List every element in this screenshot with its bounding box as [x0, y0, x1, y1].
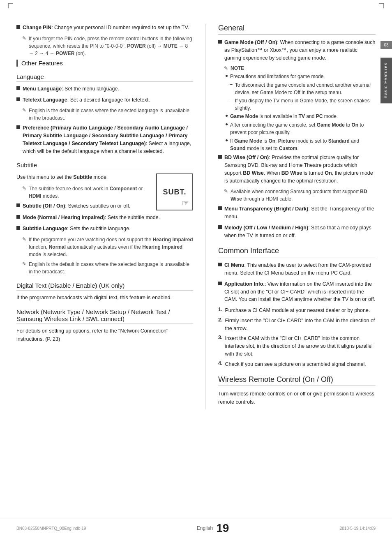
game-mode-item: Game Mode (Off / On): When connecting to… — [218, 39, 376, 62]
numbered-text-4: Check if you can see a picture on a scra… — [225, 360, 366, 368]
numbered-item-2: 2. Firmly insert the "CI or CI+ CARD" in… — [218, 317, 376, 333]
menu-language-text: Menu Language: Set the menu language. — [23, 85, 119, 93]
bullet-square — [16, 125, 20, 129]
pencil-icon: ✎ — [22, 35, 26, 41]
top-marks — [0, 0, 392, 12]
subtitle-mode-text: Mode (Normal / Hearing Impaired): Sets t… — [23, 214, 160, 222]
number-1: 1. — [218, 307, 222, 314]
bullet-square — [218, 282, 222, 285]
language-label: English — [197, 525, 213, 531]
bullet-square — [16, 203, 20, 207]
subtitle-lang-note1: ✎ If the programme you are watching does… — [22, 236, 193, 258]
pencil-icon: ✎ — [224, 65, 228, 71]
dash-item-2: – If you display the TV menu in Game Mod… — [230, 97, 376, 112]
subtitle-mode-item: Mode (Normal / Hearing Impaired): Sets t… — [16, 214, 193, 222]
subt-label: SUBT. — [163, 188, 186, 196]
note-text-4: If Game Mode is On: Picture mode is set … — [230, 137, 376, 152]
subt-box: SUBT. ☞ — [156, 173, 193, 210]
bd-wise-text: BD Wise (Off / On): Provides the optimal… — [224, 154, 376, 185]
corner-mark-tl — [8, 3, 13, 8]
wireless-remote-heading: Wireless Remote Control (On / Off) — [218, 375, 376, 386]
pencil-icon: ✎ — [22, 236, 26, 242]
bullet-square — [218, 263, 222, 266]
numbered-text-1: Purchase a CI CAM module at your nearest… — [225, 307, 370, 314]
note-bullet-4: If Game Mode is On: Picture mode is set … — [226, 137, 376, 152]
teletext-note-text: English is the default in cases where th… — [29, 107, 193, 122]
bd-wise-note: ✎ Available when connecting Samsung prod… — [224, 188, 376, 203]
subtitle-on-off-text: Subtitle (Off / On): Switches subtitles … — [23, 202, 130, 210]
change-pin-item: Change PIN: Change your personal ID numb… — [16, 24, 193, 32]
note-label: NOTE — [231, 65, 244, 71]
dot — [226, 123, 228, 125]
bullet-square — [16, 97, 20, 101]
dash: – — [230, 81, 233, 96]
bullet-square — [16, 25, 20, 29]
number-3: 3. — [218, 335, 222, 358]
number-2: 2. — [218, 317, 222, 333]
ci-menu-text: CI Menu: This enables the user to select… — [224, 261, 376, 277]
bullet-square — [218, 40, 222, 44]
chapter-label: Basic Features — [380, 58, 392, 103]
language-heading: Language — [16, 73, 193, 82]
pencil-icon: ✎ — [224, 188, 228, 194]
bd-wise-item: BD Wise (Off / On): Provides the optimal… — [218, 154, 376, 185]
page-footer: BN68-02558MNPRTQ_00Eng.indb 19 English 1… — [0, 518, 392, 535]
corner-mark-tr — [379, 3, 384, 8]
dash-text-2: If you display the TV menu in Game Mode,… — [235, 97, 376, 112]
subtitle-note1-text: The subtitle feature does not work in Co… — [29, 185, 152, 200]
application-info-item: Application Info.: View information on t… — [218, 280, 376, 303]
footer-timestamp: 2010-5-19 14:14:09 — [340, 526, 376, 531]
dot — [226, 75, 228, 77]
change-pin-text: Change PIN: Change your personal ID numb… — [23, 24, 189, 32]
page-container: 03 Basic Features Change PIN: Change you… — [0, 0, 392, 543]
change-pin-note-text: If you forget the PIN code, press the re… — [29, 35, 193, 57]
subtitle-language-text: Subtitle Language: Sets the subtitle lan… — [23, 225, 131, 233]
menu-transparency-text: Menu Transparency (Bright / Dark): Set t… — [224, 205, 376, 221]
bullet-square — [218, 155, 222, 159]
subtitle-lang-note2: ✎ English is the default in cases where … — [22, 261, 193, 275]
numbered-item-4: 4. Check if you can see a picture on a s… — [218, 360, 376, 368]
digital-text-heading: Digital Text (Disable / Enable) (UK only… — [16, 282, 193, 291]
bullet-square — [16, 226, 20, 230]
teletext-language-text: Teletext Language: Set a desired languag… — [23, 96, 150, 104]
numbered-item-1: 1. Purchase a CI CAM module at your near… — [218, 307, 376, 314]
note-text-1: Precautions and limitations for game mod… — [230, 73, 323, 80]
bullet-square — [218, 206, 222, 210]
note-text-3: After connecting the game console, set G… — [230, 121, 376, 136]
bd-wise-note-text: Available when connecting Samsung produc… — [231, 188, 376, 203]
bullet-square — [16, 86, 20, 90]
numbered-item-3: 3. Insert the CAM with the "CI or CI+ CA… — [218, 335, 376, 358]
left-column: Change PIN: Change your personal ID numb… — [16, 24, 193, 409]
content-area: Change PIN: Change your personal ID numb… — [0, 12, 392, 426]
preference-item: Preference (Primary Audio Language / Sec… — [16, 124, 193, 155]
game-mode-notes: Precautions and limitations for game mod… — [226, 73, 376, 152]
game-mode-text: Game Mode (Off / On): When connecting to… — [224, 39, 376, 62]
dot — [226, 139, 228, 141]
note-text-2: Game Mode is not available in TV and PC … — [230, 113, 338, 120]
network-body: For details on setting up options, refer… — [16, 327, 193, 343]
subtitle-note1: ✎ The subtitle feature does not work in … — [22, 185, 152, 200]
change-pin-note: ✎ If you forget the PIN code, press the … — [22, 35, 193, 57]
subtitle-lang-note1-text: If the programme you are watching does n… — [29, 236, 193, 258]
melody-item: Melody (Off / Low / Medium / High): Set … — [218, 224, 376, 240]
subtitle-language-item: Subtitle Language: Sets the subtitle lan… — [16, 225, 193, 233]
hand-icon: ☞ — [182, 198, 189, 208]
teletext-note: ✎ English is the default in cases where … — [22, 107, 193, 122]
subtitle-section: SUBT. ☞ Use this menu to set the Subtitl… — [16, 173, 193, 214]
numbered-text-3: Insert the CAM with the "CI or CI+ CARD"… — [225, 335, 376, 358]
melody-text: Melody (Off / Low / Medium / High): Set … — [224, 224, 376, 240]
general-heading: General — [218, 24, 376, 35]
numbered-text-2: Firmly insert the "CI or CI+ CARD" into … — [225, 317, 376, 333]
footer-filename: BN68-02558MNPRTQ_00Eng.indb 19 — [16, 526, 86, 531]
subtitle-on-off-item: Subtitle (Off / On): Switches subtitles … — [16, 202, 152, 210]
other-features-heading: Other Features — [21, 60, 193, 67]
right-column: General Game Mode (Off / On): When conne… — [218, 24, 376, 409]
number-4: 4. — [218, 360, 222, 368]
network-heading: Network (Network Type / Network Setup / … — [16, 308, 193, 324]
dash-text-1: To disconnect the game console and conne… — [235, 81, 376, 96]
chapter-number: 03 — [380, 41, 392, 49]
pencil-icon: ✎ — [22, 185, 26, 191]
dot — [226, 115, 228, 117]
ci-menu-item: CI Menu: This enables the user to select… — [218, 261, 376, 277]
preference-text: Preference (Primary Audio Language / Sec… — [23, 124, 193, 155]
